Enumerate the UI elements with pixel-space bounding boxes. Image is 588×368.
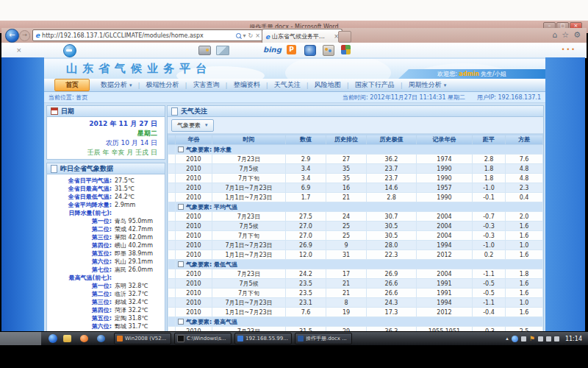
compatibility-icon[interactable] [63,44,76,57]
new-tab-button[interactable] [338,31,351,43]
mail-icon[interactable] [216,46,229,55]
bing-logo[interactable]: bing [263,46,282,54]
taskbar: Win2008 (V52...C:\Windows\s...192.168.55… [0,331,588,345]
taskbar-button-0[interactable]: Win2008 (V52... [114,333,171,344]
table-row: 20101月1日~7月23日7.61917.32012-0.41.6 [168,308,543,317]
media-player-icon[interactable] [97,335,105,342]
group-row[interactable]: 气象要素: 最高气温 [168,317,543,327]
menu-item-6[interactable]: 风险地图 [309,79,346,91]
group-row[interactable]: 气象要素: 平均气温 [168,202,543,212]
cell: 26.9 [286,241,326,250]
rank-item: 第二位:临沂 32.7℃ [47,290,165,298]
cell: 4.8 [506,174,543,183]
address-bar[interactable]: e http://192.168.137.1/GLCCLIMATE/module… [32,29,263,41]
url-text[interactable]: http://192.168.137.1/GLCCLIMATE/modules/… [42,32,233,39]
action-center-flag-icon[interactable]: ⚑ [529,335,535,342]
cell: 26.9 [367,269,417,279]
palette-icon[interactable] [323,45,334,56]
cell: 21 [326,279,367,289]
network-icon[interactable] [546,336,551,342]
taskbar-button-3[interactable]: 操作手册.docx ... [295,333,352,344]
toolbar-close-icon[interactable]: × [16,46,22,54]
cell: 7月5候 [212,164,286,174]
home-icon[interactable]: ⌂ [552,30,557,40]
menu-item-3[interactable]: 灾害查询 [188,79,225,91]
menu-item-1[interactable]: 数据分析▾ [96,79,137,91]
p-badge-icon[interactable]: P [287,45,296,54]
checkbox[interactable] [178,319,184,325]
vm-icon [117,336,123,342]
menu-item-5[interactable]: 天气关注 [269,79,306,91]
group-label-cell: 气象要素: 平均气温 [176,202,543,212]
stop-icon[interactable]: × [255,32,260,39]
firefox-icon[interactable] [80,335,88,342]
element-button-label: 气象要素 [177,121,201,130]
column-header: 距平 [473,135,506,145]
menu-item-8[interactable]: 周期性分析▾ [404,79,452,91]
cell: 2004 [417,212,473,222]
tray-app-icon[interactable] [512,336,518,342]
tab-title[interactable]: 山东省气候业务平... [272,32,331,40]
taskbar-button-2[interactable]: 192.168.55.99... [234,333,292,344]
row-lead-cell [168,183,176,193]
weather-summary-title: 昨日全省气象数据 [60,164,113,174]
checkbox[interactable] [178,204,184,210]
cell: 1.6 [506,308,543,317]
rank-value: 即墨 38.9mm [115,250,153,258]
taskbar-clock[interactable]: 11:14 [565,336,582,342]
rank-label: 第一位: [47,282,112,290]
weather-focus-header: 天气关注 [168,106,543,117]
more-options-dots[interactable]: ••• [562,46,576,53]
cell: 7月1日~7月23日 [212,183,286,193]
cell: 21 [326,289,367,298]
favorites-star-icon[interactable]: ☆ [562,30,569,40]
wallet-icon[interactable] [198,46,211,55]
rank-value: 郯城 32.4℃ [115,298,148,306]
calendar-body: 2012 年 11 月 27 日 星期二 农历 10 月 14 日 壬辰 年 辛… [47,117,165,158]
tray-expand-icon[interactable]: ▴ [506,336,509,342]
menu-item-2[interactable]: 极端性分析 [141,79,184,91]
chevron-down-icon[interactable]: ▾ [243,32,246,39]
column-header: 记录年份 [417,135,473,145]
cell: 2010 [176,155,212,164]
menu-item-7[interactable]: 国家下行产品 [350,79,400,91]
explorer-icon[interactable] [63,335,71,342]
cell: 1.8 [473,174,506,183]
tray-icon-1[interactable] [521,336,526,342]
checkbox[interactable] [178,261,184,267]
cell: 1974 [417,155,473,164]
search-icon[interactable] [236,33,241,38]
taskbar-button-1[interactable]: C:\Windows\s... [174,333,232,344]
menu-separator: | [185,82,187,89]
row-lead-cell [168,250,176,260]
cell: 28.0 [367,241,417,250]
refresh-icon[interactable]: ↻ [248,32,254,39]
group-checkbox-cell [168,260,176,269]
group-row[interactable]: 气象要素: 最低气温 [168,260,543,269]
breadcrumb: 当前位置: 首页 [49,93,87,102]
element-dropdown-button[interactable]: 气象要素 ▾ [171,119,214,132]
group-row[interactable]: 气象要素: 降水量 [168,145,543,155]
back-button[interactable]: ← [5,29,19,43]
camera-icon[interactable] [304,45,316,56]
start-button[interactable] [49,334,57,343]
weather-focus-panel: 天气关注 气象要素 ▾ 年份时间数值历史排位历史极值记录年份距平方差 气象要素:… [167,105,544,331]
checkbox[interactable] [178,146,184,152]
cell: 23.5 [286,279,326,289]
browser-tab[interactable]: e 山东省气候业务平... × [262,29,343,43]
gear-icon[interactable]: ⚙ [573,30,581,40]
table-row: 20107月1日~7月23日23.1824.31994-1.11.0 [168,298,543,308]
tray-icon-2[interactable] [538,336,543,342]
stat-label: 全省日平均气温: [47,177,112,185]
rank-label: 第四位: [47,306,112,314]
puzzle-icon[interactable] [341,45,351,54]
forward-button[interactable]: → [19,30,30,41]
menu-item-0[interactable]: 首页 [54,79,90,91]
cell: 30.5 [367,231,417,241]
menu-item-4[interactable]: 整编资料 [229,79,265,91]
weather-stat: 全省平均降水量:2.9mm [47,201,165,209]
cell: 2010 [176,241,212,250]
cell: 2.3 [506,183,543,193]
cell: -1.0 [473,183,506,193]
volume-icon[interactable] [554,336,559,342]
